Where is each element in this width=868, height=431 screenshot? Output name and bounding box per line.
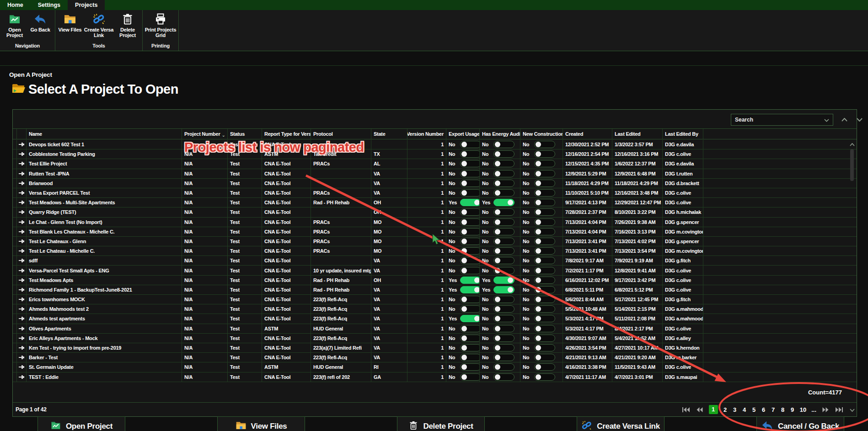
column-header-version-number[interactable]: Version Number <box>407 129 446 139</box>
page-number-8[interactable]: 8 <box>781 406 785 413</box>
table-row[interactable]: Erics townhomes MOCK N/A Test CNA E-Tool… <box>13 295 857 304</box>
new-construction-toggle[interactable] <box>534 208 555 216</box>
has-energy-audit-toggle[interactable] <box>493 257 514 264</box>
table-row[interactable]: Test Meadows - Multi-Site Apartments N/A… <box>13 198 857 208</box>
pin-icon[interactable] <box>17 227 27 236</box>
new-construction-toggle[interactable] <box>534 141 555 148</box>
pin-icon[interactable] <box>17 140 27 149</box>
table-row[interactable]: Olives Apartments N/A Test ASTM HUD Gene… <box>13 324 857 334</box>
scrollbar-thumb[interactable] <box>850 149 854 181</box>
pin-icon[interactable] <box>17 149 27 159</box>
table-row[interactable]: Barker - Test N/A Test CNA E-Tool 223(f)… <box>13 353 857 362</box>
has-energy-audit-toggle[interactable] <box>493 305 514 313</box>
pin-icon[interactable] <box>17 353 27 362</box>
export-usages-toggle[interactable] <box>460 335 480 342</box>
export-usages-toggle[interactable] <box>460 354 480 361</box>
has-energy-audit-toggle[interactable] <box>493 160 514 167</box>
pin-icon[interactable] <box>17 295 27 304</box>
prev-page-icon[interactable] <box>696 405 704 414</box>
export-usages-toggle[interactable] <box>460 305 480 313</box>
new-construction-toggle[interactable] <box>534 335 555 342</box>
has-energy-audit-toggle[interactable] <box>493 315 514 322</box>
view-files-button-bottom[interactable]: View Files <box>217 416 305 431</box>
column-header-project-number[interactable]: Project Number⌄ <box>182 129 228 139</box>
create-versa-link-button[interactable]: Create Versa Link <box>83 12 115 38</box>
page-number-7[interactable]: 7 <box>771 406 776 413</box>
pin-icon[interactable] <box>17 285 27 294</box>
new-construction-toggle[interactable] <box>534 315 555 322</box>
delete-project-button-bottom[interactable]: Delete Project <box>397 416 485 431</box>
table-row[interactable]: Test Ellie Project N/A Test CNA E-Tool P… <box>13 159 857 169</box>
export-usages-toggle[interactable] <box>460 228 480 235</box>
has-energy-audit-toggle[interactable] <box>493 180 514 187</box>
tab-home[interactable]: Home <box>0 0 31 10</box>
export-usages-toggle[interactable] <box>460 296 480 303</box>
page-number-3[interactable]: 3 <box>733 406 737 413</box>
column-header-has-energy-audit[interactable]: Has Energy Audit <box>480 129 520 139</box>
column-header-created[interactable]: Created <box>563 129 612 139</box>
new-construction-toggle[interactable] <box>534 354 555 361</box>
table-row[interactable]: Richmond Family 1 - BackupTest-June8-202… <box>13 285 857 295</box>
pin-icon[interactable] <box>17 362 27 372</box>
page-number-9[interactable]: 9 <box>790 406 795 413</box>
new-construction-toggle[interactable] <box>534 257 555 264</box>
new-construction-toggle[interactable] <box>534 277 555 284</box>
export-usages-toggle[interactable] <box>460 150 480 158</box>
has-energy-audit-toggle[interactable] <box>493 189 514 197</box>
print-projects-grid-button[interactable]: Print Projects Grid <box>145 12 177 38</box>
pin-icon[interactable] <box>17 334 27 343</box>
search-next-match-button[interactable] <box>855 116 863 124</box>
pin-icon[interactable] <box>17 304 27 314</box>
export-usages-toggle[interactable] <box>460 325 480 332</box>
has-energy-audit-toggle[interactable] <box>493 238 514 245</box>
delete-project-button[interactable]: Delete Project <box>115 12 140 38</box>
column-header-export-usages[interactable]: Export Usages <box>446 129 480 139</box>
pin-icon[interactable] <box>17 169 27 178</box>
new-construction-toggle[interactable] <box>534 238 555 245</box>
export-usages-toggle[interactable] <box>460 218 480 226</box>
export-usages-toggle[interactable] <box>460 208 480 216</box>
pin-icon[interactable] <box>17 179 27 188</box>
pin-icon[interactable] <box>17 218 27 227</box>
new-construction-toggle[interactable] <box>534 218 555 226</box>
new-construction-toggle[interactable] <box>534 344 555 351</box>
table-row[interactable]: Devops ticket 602 Test 1 N/A Test CNA E-… <box>13 140 857 149</box>
export-usages-toggle[interactable] <box>460 141 480 148</box>
table-row[interactable]: Ken Test - trying to import from pre-201… <box>13 343 857 353</box>
export-usages-toggle[interactable] <box>460 180 480 187</box>
table-row[interactable]: sdff N/A Test CNA E-Tool VA 1 No No No 7… <box>13 256 857 266</box>
new-construction-toggle[interactable] <box>534 189 555 197</box>
new-construction-toggle[interactable] <box>534 325 555 332</box>
page-number-6[interactable]: 6 <box>761 406 766 413</box>
cancel-go-back-button[interactable]: Cancel / Go Back <box>756 416 844 431</box>
vertical-scrollbar[interactable] <box>849 142 855 413</box>
pin-icon[interactable] <box>17 343 27 352</box>
column-header-name[interactable]: Name <box>27 129 182 139</box>
column-header-new-construction[interactable]: New Construction <box>520 129 563 139</box>
column-header-state[interactable]: State <box>371 129 407 139</box>
column-header-last-edited[interactable]: Last Edited <box>612 129 663 139</box>
page-number-10[interactable]: 10 <box>800 406 806 413</box>
pin-icon[interactable] <box>17 314 27 323</box>
new-construction-toggle[interactable] <box>534 247 555 255</box>
open-project-button[interactable]: Open Project <box>2 12 27 38</box>
next-page-icon[interactable] <box>821 405 830 414</box>
has-energy-audit-toggle[interactable] <box>493 354 514 361</box>
export-usages-toggle[interactable] <box>460 267 480 274</box>
has-energy-audit-toggle[interactable] <box>493 286 514 293</box>
column-header-protocol[interactable]: Protocol <box>311 129 371 139</box>
export-usages-toggle[interactable] <box>460 257 480 264</box>
export-usages-toggle[interactable] <box>460 247 480 255</box>
has-energy-audit-toggle[interactable] <box>493 208 514 216</box>
export-usages-toggle[interactable] <box>460 373 480 381</box>
pin-icon[interactable] <box>17 208 27 217</box>
table-row[interactable]: Test Le Chateau - Michelle C. N/A Test C… <box>13 246 857 256</box>
export-usages-toggle[interactable] <box>460 363 480 371</box>
export-usages-toggle[interactable] <box>460 189 480 197</box>
last-page-icon[interactable] <box>835 405 843 414</box>
export-usages-toggle[interactable] <box>460 277 480 284</box>
table-row[interactable]: Eric Alleys Apartments - Mock N/A Test C… <box>13 334 857 343</box>
pagination-ellipsis[interactable]: ... <box>811 406 816 413</box>
new-construction-toggle[interactable] <box>534 267 555 274</box>
page-number-4[interactable]: 4 <box>742 406 747 413</box>
